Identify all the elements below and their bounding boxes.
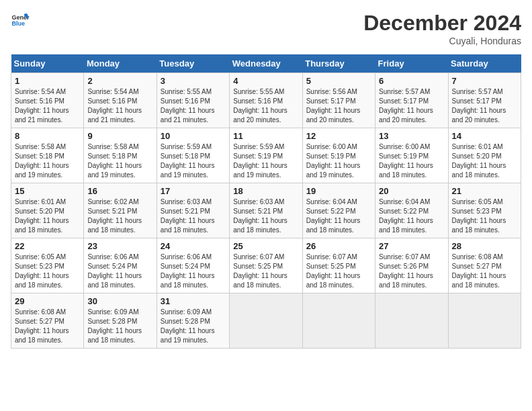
table-row: 7 Sunrise: 5:57 AM Sunset: 5:17 PM Dayli… (448, 73, 521, 128)
day-number: 4 (233, 76, 298, 86)
table-row: 25 Sunrise: 6:07 AM Sunset: 5:25 PM Dayl… (230, 238, 302, 293)
table-row: 27 Sunrise: 6:07 AM Sunset: 5:26 PM Dayl… (375, 238, 448, 293)
day-number: 2 (87, 76, 152, 86)
day-info: Sunrise: 6:07 AM Sunset: 5:25 PM Dayligh… (233, 253, 298, 290)
day-number: 18 (233, 186, 298, 196)
day-number: 27 (379, 241, 444, 251)
table-row: 24 Sunrise: 6:06 AM Sunset: 5:24 PM Dayl… (157, 238, 229, 293)
day-number: 10 (161, 131, 226, 141)
location: Cuyali, Honduras (363, 36, 521, 46)
day-info: Sunrise: 5:54 AM Sunset: 5:16 PM Dayligh… (15, 87, 80, 125)
table-row: 1 Sunrise: 5:54 AM Sunset: 5:16 PM Dayli… (11, 73, 84, 128)
header-monday: Monday (84, 54, 157, 73)
day-number: 16 (87, 186, 152, 196)
day-number: 13 (379, 131, 444, 141)
table-row: 20 Sunrise: 6:04 AM Sunset: 5:22 PM Dayl… (375, 183, 448, 238)
day-info: Sunrise: 6:07 AM Sunset: 5:25 PM Dayligh… (306, 253, 371, 290)
calendar-row: 8 Sunrise: 5:58 AM Sunset: 5:18 PM Dayli… (11, 128, 521, 183)
month-title: December 2024 (363, 11, 521, 36)
day-number: 23 (87, 241, 152, 251)
header-tuesday: Tuesday (157, 54, 229, 73)
day-info: Sunrise: 6:02 AM Sunset: 5:21 PM Dayligh… (87, 197, 152, 235)
day-number: 15 (15, 186, 80, 196)
day-number: 8 (15, 131, 80, 141)
day-info: Sunrise: 6:05 AM Sunset: 5:23 PM Dayligh… (452, 197, 517, 235)
day-info: Sunrise: 5:57 AM Sunset: 5:17 PM Dayligh… (452, 87, 517, 125)
table-row: 6 Sunrise: 5:57 AM Sunset: 5:17 PM Dayli… (375, 73, 448, 128)
table-row: 26 Sunrise: 6:07 AM Sunset: 5:25 PM Dayl… (302, 238, 375, 293)
table-row: 21 Sunrise: 6:05 AM Sunset: 5:23 PM Dayl… (448, 183, 521, 238)
table-row: 19 Sunrise: 6:04 AM Sunset: 5:22 PM Dayl… (302, 183, 375, 238)
page-header: General Blue December 2024 Cuyali, Hondu… (11, 11, 521, 46)
day-info: Sunrise: 5:55 AM Sunset: 5:16 PM Dayligh… (161, 87, 226, 125)
table-row: 10 Sunrise: 5:59 AM Sunset: 5:18 PM Dayl… (157, 128, 229, 183)
table-row: 12 Sunrise: 6:00 AM Sunset: 5:19 PM Dayl… (302, 128, 375, 183)
logo-icon: General Blue (11, 11, 30, 30)
day-info: Sunrise: 5:59 AM Sunset: 5:19 PM Dayligh… (233, 142, 298, 180)
day-number: 22 (15, 241, 80, 251)
day-info: Sunrise: 6:00 AM Sunset: 5:19 PM Dayligh… (306, 142, 371, 180)
day-number: 14 (452, 131, 517, 141)
table-row: 17 Sunrise: 6:03 AM Sunset: 5:21 PM Dayl… (157, 183, 229, 238)
table-row (375, 293, 448, 349)
logo: General Blue (11, 11, 30, 30)
day-info: Sunrise: 5:55 AM Sunset: 5:16 PM Dayligh… (233, 87, 298, 125)
day-info: Sunrise: 6:04 AM Sunset: 5:22 PM Dayligh… (379, 197, 444, 235)
day-info: Sunrise: 6:00 AM Sunset: 5:19 PM Dayligh… (379, 142, 444, 180)
day-number: 11 (233, 131, 298, 141)
table-row: 9 Sunrise: 5:58 AM Sunset: 5:18 PM Dayli… (84, 128, 157, 183)
table-row: 23 Sunrise: 6:06 AM Sunset: 5:24 PM Dayl… (84, 238, 157, 293)
svg-text:Blue: Blue (11, 20, 25, 27)
day-info: Sunrise: 6:01 AM Sunset: 5:20 PM Dayligh… (15, 197, 80, 235)
day-info: Sunrise: 5:58 AM Sunset: 5:18 PM Dayligh… (87, 142, 152, 180)
day-number: 28 (452, 241, 517, 251)
table-row (302, 293, 375, 349)
day-info: Sunrise: 6:09 AM Sunset: 5:28 PM Dayligh… (161, 308, 226, 345)
table-row: 14 Sunrise: 6:01 AM Sunset: 5:20 PM Dayl… (448, 128, 521, 183)
day-info: Sunrise: 6:09 AM Sunset: 5:28 PM Dayligh… (87, 308, 152, 345)
table-row: 8 Sunrise: 5:58 AM Sunset: 5:18 PM Dayli… (11, 128, 84, 183)
day-number: 1 (15, 76, 80, 86)
table-row: 3 Sunrise: 5:55 AM Sunset: 5:16 PM Dayli… (157, 73, 229, 128)
day-number: 12 (306, 131, 371, 141)
day-info: Sunrise: 5:54 AM Sunset: 5:16 PM Dayligh… (87, 87, 152, 125)
calendar-row: 29 Sunrise: 6:08 AM Sunset: 5:27 PM Dayl… (11, 293, 521, 349)
day-info: Sunrise: 6:07 AM Sunset: 5:26 PM Dayligh… (379, 253, 444, 290)
day-number: 20 (379, 186, 444, 196)
table-row: 16 Sunrise: 6:02 AM Sunset: 5:21 PM Dayl… (84, 183, 157, 238)
table-row: 29 Sunrise: 6:08 AM Sunset: 5:27 PM Dayl… (11, 293, 84, 349)
table-row: 31 Sunrise: 6:09 AM Sunset: 5:28 PM Dayl… (157, 293, 229, 349)
calendar-row: 22 Sunrise: 6:05 AM Sunset: 5:23 PM Dayl… (11, 238, 521, 293)
day-number: 31 (161, 296, 226, 306)
day-number: 29 (15, 296, 80, 306)
day-number: 5 (306, 76, 371, 86)
day-number: 24 (161, 241, 226, 251)
day-info: Sunrise: 6:05 AM Sunset: 5:23 PM Dayligh… (15, 253, 80, 290)
table-row: 2 Sunrise: 5:54 AM Sunset: 5:16 PM Dayli… (84, 73, 157, 128)
table-row: 22 Sunrise: 6:05 AM Sunset: 5:23 PM Dayl… (11, 238, 84, 293)
day-info: Sunrise: 6:03 AM Sunset: 5:21 PM Dayligh… (161, 197, 226, 235)
table-row: 13 Sunrise: 6:00 AM Sunset: 5:19 PM Dayl… (375, 128, 448, 183)
table-row: 11 Sunrise: 5:59 AM Sunset: 5:19 PM Dayl… (230, 128, 302, 183)
day-number: 7 (452, 76, 517, 86)
day-info: Sunrise: 5:59 AM Sunset: 5:18 PM Dayligh… (161, 142, 226, 180)
day-number: 6 (379, 76, 444, 86)
header-wednesday: Wednesday (230, 54, 302, 73)
header-friday: Friday (375, 54, 448, 73)
day-info: Sunrise: 6:06 AM Sunset: 5:24 PM Dayligh… (161, 253, 226, 290)
table-row: 18 Sunrise: 6:03 AM Sunset: 5:21 PM Dayl… (230, 183, 302, 238)
table-row: 4 Sunrise: 5:55 AM Sunset: 5:16 PM Dayli… (230, 73, 302, 128)
table-row (448, 293, 521, 349)
day-info: Sunrise: 6:08 AM Sunset: 5:27 PM Dayligh… (15, 308, 80, 345)
day-number: 17 (161, 186, 226, 196)
table-row: 30 Sunrise: 6:09 AM Sunset: 5:28 PM Dayl… (84, 293, 157, 349)
calendar-row: 15 Sunrise: 6:01 AM Sunset: 5:20 PM Dayl… (11, 183, 521, 238)
day-number: 26 (306, 241, 371, 251)
header-saturday: Saturday (448, 54, 521, 73)
day-number: 3 (161, 76, 226, 86)
day-number: 30 (87, 296, 152, 306)
day-info: Sunrise: 5:58 AM Sunset: 5:18 PM Dayligh… (15, 142, 80, 180)
day-number: 9 (87, 131, 152, 141)
day-info: Sunrise: 5:56 AM Sunset: 5:17 PM Dayligh… (306, 87, 371, 125)
title-area: December 2024 Cuyali, Honduras (363, 11, 521, 46)
